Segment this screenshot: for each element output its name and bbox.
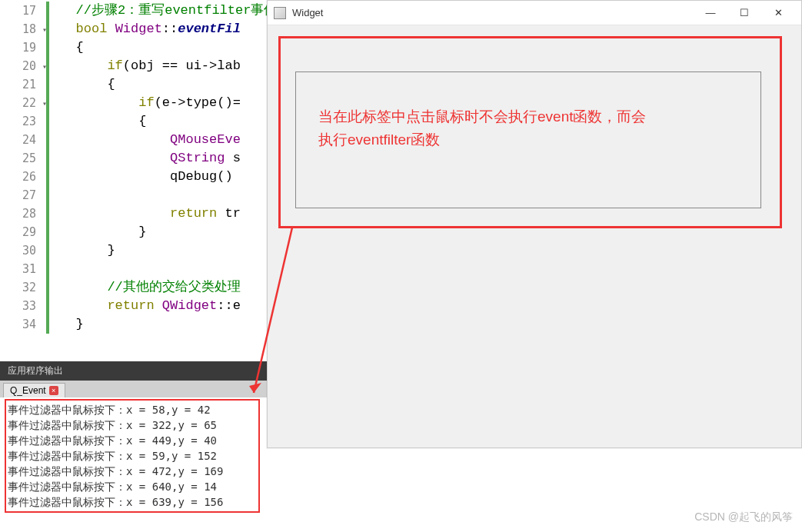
line-number: 28 <box>0 204 45 223</box>
output-panel-title: 应用程序输出 <box>0 364 71 377</box>
annotation-line1: 当在此标签中点击鼠标时不会执行event函数，而会 <box>318 105 749 128</box>
line-number: 32 <box>0 278 45 297</box>
app-icon <box>274 7 286 19</box>
line-number: 23 <box>0 112 45 131</box>
widget-client-area[interactable]: 当在此标签中点击鼠标时不会执行event函数，而会 执行eventfilter函… <box>268 25 801 447</box>
maximize-button[interactable]: ☐ <box>727 2 761 25</box>
line-number: 18▾ <box>0 20 45 38</box>
close-button[interactable]: ✕ <box>761 2 795 25</box>
output-line: 事件过滤器中鼠标按下：x = 472,y = 169 <box>8 464 794 479</box>
line-number: 24 <box>0 131 45 149</box>
line-number: 30 <box>0 241 45 260</box>
line-number: 27 <box>0 186 45 204</box>
titlebar[interactable]: Widget — ☐ ✕ <box>268 1 801 25</box>
line-number: 21 <box>0 75 45 94</box>
window-title: Widget <box>292 7 323 18</box>
window-controls: — ☐ ✕ <box>694 2 795 25</box>
line-gutter: 1718▾1920▾2122▾232425262728293031323334 <box>0 0 46 361</box>
line-number: 19 <box>0 38 45 57</box>
line-number: 26 <box>0 168 45 186</box>
code-margin <box>46 0 52 361</box>
annotation-text: 当在此标签中点击鼠标时不会执行event函数，而会 执行eventfilter函… <box>318 105 749 151</box>
line-number: 25 <box>0 149 45 168</box>
minimize-button[interactable]: — <box>694 2 727 25</box>
watermark: CSDN @起飞的风筝 <box>694 510 793 524</box>
output-tab-qevent[interactable]: Q_Event × <box>3 383 65 397</box>
line-number: 34 <box>0 315 45 334</box>
widget-window: Widget — ☐ ✕ 当在此标签中点击鼠标时不会执行event函数，而会 执… <box>267 0 802 448</box>
line-number: 20▾ <box>0 57 45 75</box>
line-number: 22▾ <box>0 94 45 112</box>
line-number: 29 <box>0 223 45 241</box>
annotation-line2: 执行eventfilter函数 <box>318 128 749 151</box>
output-line: 事件过滤器中鼠标按下：x = 59,y = 152 <box>8 448 794 464</box>
tab-label: Q_Event <box>10 385 46 396</box>
line-number: 17 <box>0 2 45 20</box>
line-number: 33 <box>0 297 45 315</box>
line-number: 31 <box>0 260 45 278</box>
close-icon[interactable]: × <box>49 386 58 395</box>
output-line: 事件过滤器中鼠标按下：x = 640,y = 14 <box>8 479 794 494</box>
output-line: 事件过滤器中鼠标按下：x = 639,y = 156 <box>8 494 794 510</box>
